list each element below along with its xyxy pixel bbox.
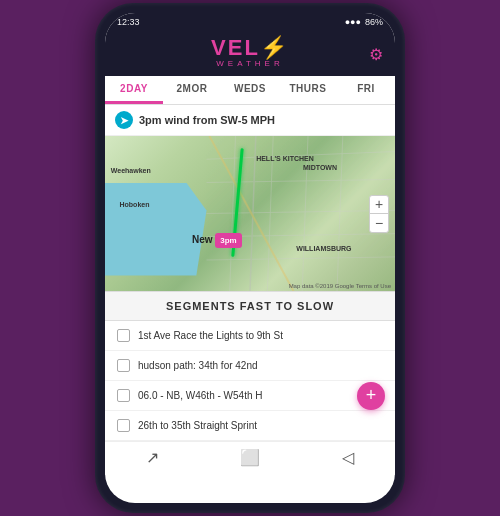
status-left: 12:33 xyxy=(117,17,140,27)
status-battery: 86% xyxy=(365,17,383,27)
status-time: 12:33 xyxy=(117,17,140,27)
wind-text: 3pm wind from SW-5 MPH xyxy=(139,114,275,126)
segment-checkbox-0[interactable] xyxy=(117,329,130,342)
nav-share-button[interactable]: ↗ xyxy=(146,448,159,467)
time-marker: 3pm xyxy=(215,233,241,248)
phone-screen: 12:33 ●●● 86% VEL⚡ WEATHER ⚙ 2DAY 2MOR W… xyxy=(105,13,395,503)
status-right: ●●● 86% xyxy=(345,17,383,27)
segment-item-0[interactable]: 1st Ave Race the Lights to 9th St xyxy=(105,321,395,351)
wind-banner: ➤ 3pm wind from SW-5 MPH xyxy=(105,105,395,136)
velo-title: VEL⚡ xyxy=(211,37,289,59)
svg-line-8 xyxy=(337,136,343,291)
segment-label-0: 1st Ave Race the Lights to 9th St xyxy=(138,330,283,341)
nav-back-button[interactable]: ◁ xyxy=(342,448,354,467)
segment-label-3: 26th to 35th Straight Sprint xyxy=(138,420,257,431)
nav-home-button[interactable]: ⬜ xyxy=(240,448,260,467)
wind-direction-icon: ➤ xyxy=(115,111,133,129)
map-roads-svg xyxy=(105,136,395,291)
map-label-brooklyn: WILLIAMSBURG xyxy=(296,245,351,252)
status-signal: ●●● xyxy=(345,17,361,27)
segments-section: SEGMENTS FAST TO SLOW 1st Ave Race the L… xyxy=(105,291,395,441)
segment-checkbox-1[interactable] xyxy=(117,359,130,372)
segment-checkbox-2[interactable] xyxy=(117,389,130,402)
segments-header: SEGMENTS FAST TO SLOW xyxy=(105,291,395,321)
tab-2day[interactable]: 2DAY xyxy=(105,76,163,104)
segment-item-1[interactable]: hudson path: 34th for 42nd xyxy=(105,351,395,381)
velo-subtitle: WEATHER xyxy=(216,59,283,68)
segment-label-2: 06.0 - NB, W46th - W54th H xyxy=(138,390,263,401)
map-label-hellskitchen: HELL'S KITCHEN xyxy=(256,155,314,162)
segment-item-3[interactable]: 26th to 35th Straight Sprint xyxy=(105,411,395,441)
svg-line-4 xyxy=(207,257,396,260)
wind-arrow: ➤ xyxy=(120,115,128,126)
tab-fri[interactable]: FRI xyxy=(337,76,395,104)
velo-logo: VEL⚡ WEATHER xyxy=(211,37,289,68)
segment-checkbox-3[interactable] xyxy=(117,419,130,432)
tab-weds[interactable]: WEDS xyxy=(221,76,279,104)
nav-tabs: 2DAY 2MOR WEDS THURS FRI xyxy=(105,76,395,105)
tab-thurs[interactable]: THURS xyxy=(279,76,337,104)
status-bar: 12:33 ●●● 86% xyxy=(105,13,395,31)
map-background: Weehawken Hoboken MIDTOWN New York WILLI… xyxy=(105,136,395,291)
phone-frame: 12:33 ●●● 86% VEL⚡ WEATHER ⚙ 2DAY 2MOR W… xyxy=(95,3,405,513)
app-header: VEL⚡ WEATHER ⚙ xyxy=(105,31,395,76)
zoom-out-button[interactable]: − xyxy=(370,214,388,232)
map-label-hoboken: Hoboken xyxy=(120,201,150,208)
add-segment-fab[interactable]: + xyxy=(357,382,385,410)
map-label-weehawken: Weehawken xyxy=(111,167,151,174)
segment-item-2[interactable]: 06.0 - NB, W46th - W54th H + xyxy=(105,381,395,411)
map-label-midtown: MIDTOWN xyxy=(303,164,337,171)
segment-label-1: hudson path: 34th for 42nd xyxy=(138,360,258,371)
tab-2mor[interactable]: 2MOR xyxy=(163,76,221,104)
map-area[interactable]: Weehawken Hoboken MIDTOWN New York WILLI… xyxy=(105,136,395,291)
segments-list: 1st Ave Race the Lights to 9th St hudson… xyxy=(105,321,395,441)
map-copyright: Map data ©2019 Google Terms of Use xyxy=(289,283,391,289)
zoom-in-button[interactable]: + xyxy=(370,196,388,214)
gear-button[interactable]: ⚙ xyxy=(369,44,383,63)
map-zoom-controls: + − xyxy=(369,195,389,233)
bottom-nav: ↗ ⬜ ◁ xyxy=(105,441,395,475)
